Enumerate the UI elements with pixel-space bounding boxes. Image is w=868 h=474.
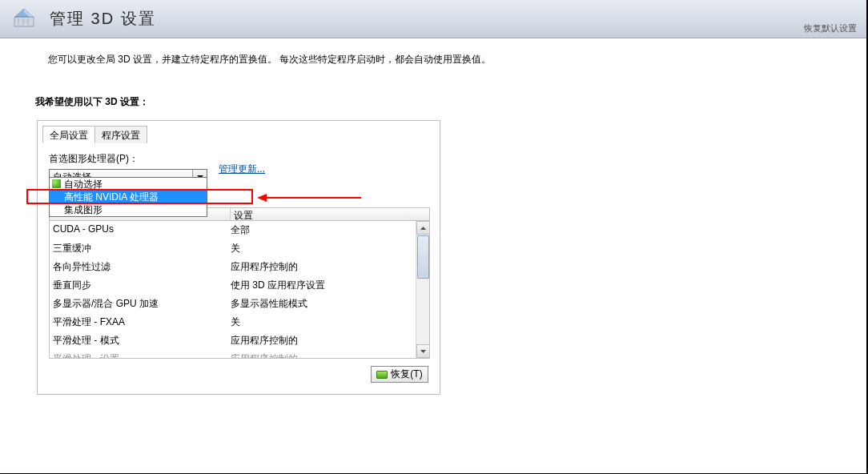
- row-setting: 应用程序控制的: [231, 334, 391, 347]
- row-feature: 三重缓冲: [53, 242, 231, 255]
- table-row[interactable]: 三重缓冲关: [50, 239, 429, 258]
- manage-updates-link[interactable]: 管理更新...: [219, 163, 265, 176]
- svg-rect-0: [14, 17, 34, 26]
- row-setting: 全部: [231, 223, 391, 237]
- row-feature: 各向异性过滤: [53, 260, 231, 274]
- table-row[interactable]: 平滑处理 - 模式应用程序控制的: [50, 331, 429, 350]
- annotation-arrow-icon: [255, 193, 368, 209]
- table-row[interactable]: 垂直同步使用 3D 应用程序设置: [50, 276, 429, 295]
- table-row[interactable]: 平滑处理 - 设置应用程序控制的: [50, 350, 429, 359]
- svg-marker-10: [420, 350, 426, 353]
- restore-button-label: 恢复(T): [391, 368, 422, 381]
- row-feature: 平滑处理 - FXAA: [53, 315, 231, 329]
- scroll-thumb[interactable]: [417, 235, 429, 279]
- gpu-dropdown: 自动选择 高性能 NVIDIA 处理器 集成图形: [49, 177, 207, 217]
- tab-program[interactable]: 程序设置: [94, 126, 147, 143]
- row-setting: 关: [231, 242, 391, 255]
- tabs-row: 全局设置 程序设置: [42, 127, 440, 144]
- settings-panel: 全局设置 程序设置 首选图形处理器(P)： 自动选择 管理更新... 自动选择 …: [37, 120, 440, 395]
- th-setting: 设置: [231, 208, 429, 220]
- nvidia-badge-icon: [376, 371, 388, 379]
- settings-table-body: CUDA - GPUs全部三重缓冲关各向异性过滤应用程序控制的垂直同步使用 3D…: [49, 221, 430, 359]
- row-feature: 平滑处理 - 模式: [53, 334, 231, 347]
- scroll-up-icon[interactable]: [416, 221, 430, 235]
- table-row[interactable]: 多显示器/混合 GPU 加速多显示器性能模式: [50, 295, 429, 313]
- row-setting: 关: [231, 315, 391, 329]
- row-feature: 垂直同步: [53, 279, 231, 292]
- dropdown-item-nvidia[interactable]: 高性能 NVIDIA 处理器: [50, 191, 207, 203]
- table-row[interactable]: CUDA - GPUs全部: [50, 221, 429, 239]
- row-feature: 平滑处理 - 设置: [53, 352, 231, 359]
- vertical-scrollbar[interactable]: [416, 221, 429, 358]
- header-bar: 管理 3D 设置 恢复默认设置: [0, 0, 868, 38]
- svg-marker-8: [257, 194, 267, 202]
- table-row[interactable]: 平滑处理 - FXAA关: [50, 313, 429, 331]
- row-setting: 应用程序控制的: [231, 260, 391, 274]
- scroll-down-icon[interactable]: [416, 344, 430, 358]
- dropdown-item-integrated[interactable]: 集成图形: [50, 203, 207, 216]
- tab-global[interactable]: 全局设置: [42, 126, 95, 143]
- section-title: 我希望使用以下 3D 设置：: [35, 95, 868, 109]
- nvidia-logo-icon: [11, 6, 37, 32]
- dropdown-item-auto[interactable]: 自动选择: [50, 178, 207, 191]
- row-feature: CUDA - GPUs: [53, 223, 231, 237]
- row-feature: 多显示器/混合 GPU 加速: [53, 297, 231, 311]
- page-title: 管理 3D 设置: [50, 8, 156, 30]
- table-row[interactable]: 各向异性过滤应用程序控制的: [50, 258, 429, 276]
- restore-defaults-link[interactable]: 恢复默认设置: [804, 22, 857, 34]
- restore-button[interactable]: 恢复(T): [371, 366, 428, 383]
- row-setting: 使用 3D 应用程序设置: [231, 279, 391, 292]
- row-setting: 多显示器性能模式: [231, 297, 391, 311]
- svg-marker-9: [420, 227, 426, 230]
- row-setting: 应用程序控制的: [231, 352, 391, 359]
- description-text: 您可以更改全局 3D 设置，并建立特定程序的置换值。 每次这些特定程序启动时，都…: [48, 53, 868, 66]
